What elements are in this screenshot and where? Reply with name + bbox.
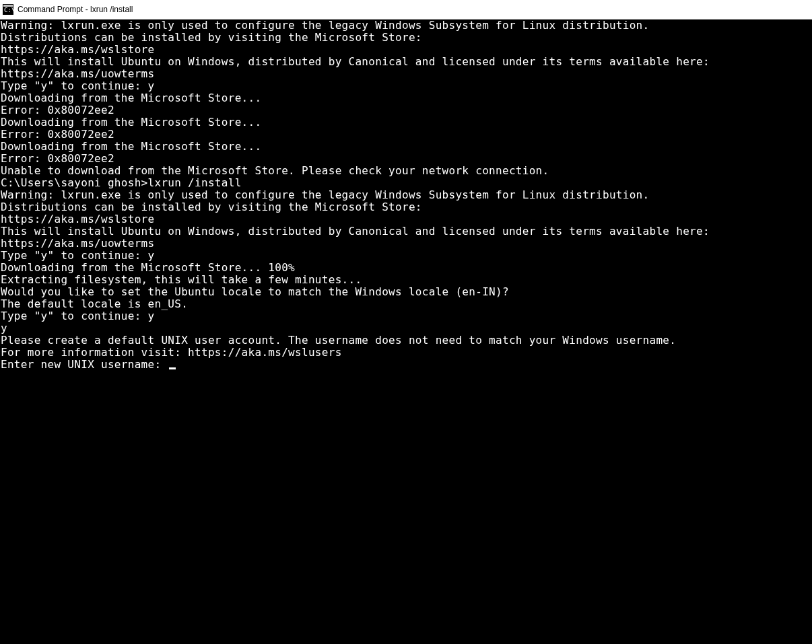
window-title: Command Prompt - lxrun /install xyxy=(18,5,133,14)
terminal-line: Distributions can be installed by visiti… xyxy=(1,32,811,44)
terminal-line: Distributions can be installed by visiti… xyxy=(1,201,811,213)
cmd-icon: C:\ xyxy=(3,4,13,15)
terminal-line: Warning: lxrun.exe is only used to confi… xyxy=(1,189,811,201)
terminal-line: The default locale is en_US. xyxy=(1,298,811,310)
terminal-cursor xyxy=(169,367,176,369)
terminal-line: This will install Ubuntu on Windows, dis… xyxy=(1,225,811,238)
terminal-output[interactable]: Warning: lxrun.exe is only used to confi… xyxy=(0,20,812,644)
terminal-line: For more information visit: https://aka.… xyxy=(1,347,811,359)
window-titlebar: C:\ Command Prompt - lxrun /install xyxy=(0,0,812,20)
terminal-line: Type "y" to continue: y xyxy=(1,310,811,322)
terminal-line: Type "y" to continue: y xyxy=(1,80,811,92)
terminal-line: https://aka.ms/uowterms xyxy=(1,68,811,80)
terminal-prompt-line[interactable]: Enter new UNIX username: xyxy=(1,359,811,371)
terminal-line: Error: 0x80072ee2 xyxy=(1,129,811,141)
terminal-line: https://aka.ms/wslstore xyxy=(1,213,811,225)
terminal-line: Downloading from the Microsoft Store... … xyxy=(1,262,811,274)
terminal-line: https://aka.ms/wslstore xyxy=(1,44,811,56)
terminal-line: Type "y" to continue: y xyxy=(1,250,811,262)
svg-text:C:\: C:\ xyxy=(4,7,13,13)
terminal-line: https://aka.ms/uowterms xyxy=(1,238,811,250)
terminal-line: Error: 0x80072ee2 xyxy=(1,153,811,165)
terminal-line: Extracting filesystem, this will take a … xyxy=(1,274,811,286)
terminal-line: Downloading from the Microsoft Store... xyxy=(1,92,811,104)
terminal-prompt: Enter new UNIX username: xyxy=(1,358,168,371)
terminal-line: Unable to download from the Microsoft St… xyxy=(1,165,811,177)
terminal-line: y xyxy=(1,322,811,334)
terminal-line: Error: 0x80072ee2 xyxy=(1,104,811,116)
terminal-line: Downloading from the Microsoft Store... xyxy=(1,116,811,129)
terminal-line: Warning: lxrun.exe is only used to confi… xyxy=(1,20,811,32)
terminal-line: Would you like to set the Ubuntu locale … xyxy=(1,286,811,298)
terminal-line: Please create a default UNIX user accoun… xyxy=(1,334,811,347)
terminal-line: C:\Users\sayoni ghosh>lxrun /install xyxy=(1,177,811,189)
terminal-line: Downloading from the Microsoft Store... xyxy=(1,141,811,153)
terminal-line: This will install Ubuntu on Windows, dis… xyxy=(1,56,811,68)
